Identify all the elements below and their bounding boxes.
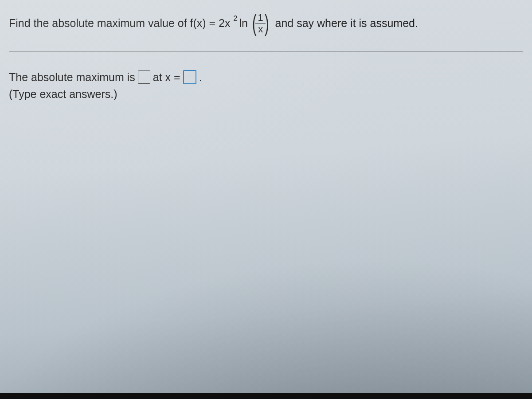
answer-mid: at x = <box>153 71 180 84</box>
question-suffix: and say where it is assumed. <box>275 16 418 31</box>
answer-lead: The absolute maximum is <box>9 71 135 84</box>
answer-value-input[interactable] <box>138 70 150 84</box>
question-prefix: Find the absolute maximum value of f(x) … <box>9 16 231 31</box>
fraction: 1 x <box>255 12 266 34</box>
fraction-denominator: x <box>255 23 266 34</box>
ln-text: ln <box>239 16 247 31</box>
answer-hint: (Type exact answers.) <box>9 88 523 101</box>
answer-line: The absolute maximum is at x = . <box>9 70 523 84</box>
exponent: 2 <box>234 14 238 23</box>
answer-x-input[interactable] <box>183 70 196 84</box>
left-paren: ( <box>252 14 257 33</box>
bottom-bezel <box>0 393 532 399</box>
fraction-numerator: 1 <box>256 12 265 23</box>
problem-panel: Find the absolute maximum value of f(x) … <box>0 0 532 110</box>
function-expression: 2 ln ( 1 x ) <box>233 12 273 34</box>
ln-argument: ( 1 x ) <box>250 12 271 34</box>
answer-period: . <box>199 71 202 84</box>
answer-block: The absolute maximum is at x = . (Type e… <box>9 70 523 101</box>
question-text: Find the absolute maximum value of f(x) … <box>9 12 523 34</box>
right-paren: ) <box>265 14 269 33</box>
question-line: Find the absolute maximum value of f(x) … <box>9 12 523 34</box>
section-divider <box>9 51 523 51</box>
